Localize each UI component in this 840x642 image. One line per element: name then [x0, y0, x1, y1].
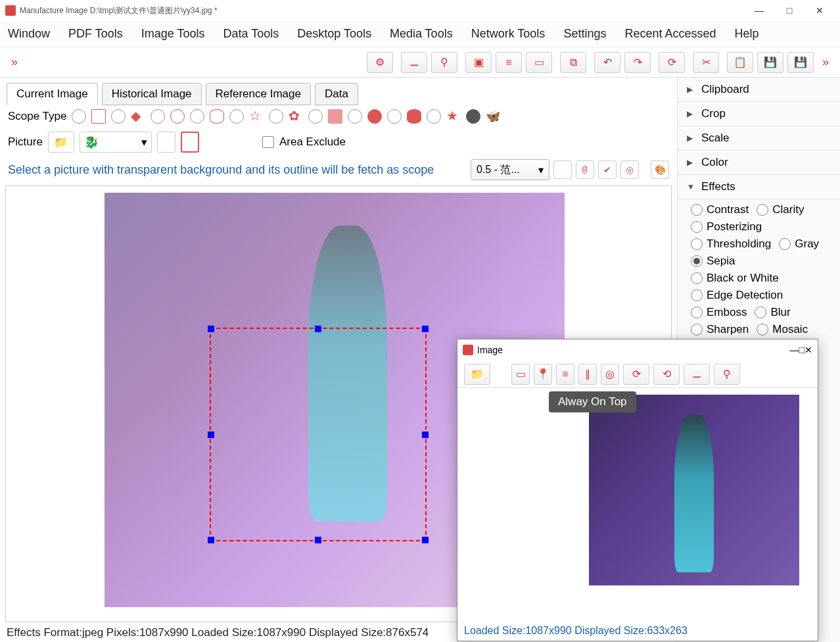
radio-edge-detection[interactable] — [691, 289, 703, 301]
menu-help[interactable]: Help — [735, 27, 759, 41]
popup-close-button[interactable]: ✕ — [805, 345, 812, 355]
popup-maximize-button[interactable]: □ — [799, 345, 805, 355]
scope-filled-circle[interactable] — [367, 109, 382, 124]
menu-recent-accessed[interactable]: Recent Accessed — [624, 27, 716, 41]
acc-color[interactable]: ▶Color — [678, 151, 840, 175]
tab-current-image[interactable]: Current Image — [7, 83, 98, 105]
scope-circle-9[interactable] — [387, 109, 402, 124]
scope-circle-7[interactable] — [308, 109, 323, 124]
scope-diamond[interactable]: ◆ — [131, 109, 145, 124]
toolbar-expand-right-icon[interactable]: » — [818, 55, 833, 69]
handle-tr[interactable] — [422, 326, 429, 332]
redo-icon[interactable]: ↷ — [624, 52, 651, 73]
popup-rotate-cw-icon[interactable]: ⟳ — [623, 364, 649, 385]
zoom-out-icon[interactable]: ⚊ — [401, 52, 427, 73]
scope-flower-icon[interactable]: ✿ — [289, 109, 303, 124]
actual-size-icon[interactable]: ≡ — [496, 52, 522, 73]
radio-thresholding[interactable] — [691, 238, 703, 250]
popup-canvas[interactable] — [457, 388, 818, 624]
popup-minimize-button[interactable]: — — [790, 345, 799, 355]
menu-settings[interactable]: Settings — [563, 27, 606, 41]
handle-ml[interactable] — [208, 432, 214, 438]
popup-info-icon[interactable]: ▭ — [511, 364, 530, 385]
menu-desktop-tools[interactable]: Desktop Tools — [297, 27, 371, 41]
menu-media-tools[interactable]: Media Tools — [390, 27, 453, 41]
swatch-outline[interactable] — [181, 132, 199, 153]
scope-circle-2[interactable] — [111, 109, 126, 124]
zoom-in-icon[interactable]: ⚲ — [431, 52, 457, 73]
menu-window[interactable]: Window — [8, 27, 50, 41]
image-popup-window[interactable]: Image — □ ✕ 📁 ▭ 📍 ≡ ∥ ◎ ⟳ ⟲ ⚊ ⚲ Loaded S… — [457, 339, 818, 641]
scope-circle-8[interactable] — [348, 109, 362, 124]
toolbar-expand-left-icon[interactable]: » — [7, 55, 22, 69]
radio-emboss[interactable] — [691, 307, 703, 318]
scope-ellipse[interactable] — [210, 109, 224, 124]
opt-target-icon[interactable]: ◎ — [620, 160, 639, 179]
popup-rotate-ccw-icon[interactable]: ⟲ — [653, 364, 680, 385]
undo-icon[interactable]: ↶ — [594, 52, 620, 73]
scope-circle-3[interactable] — [151, 109, 165, 124]
save-icon[interactable]: 💾 — [757, 52, 783, 73]
copy-icon[interactable]: ⧉ — [560, 52, 586, 73]
acc-crop[interactable]: ▶Crop — [678, 102, 840, 126]
radio-black-white[interactable] — [691, 272, 703, 284]
handle-br[interactable] — [422, 537, 429, 543]
opt-palette-icon[interactable]: 🎨 — [651, 160, 669, 179]
scope-butterfly-icon[interactable]: 🦋 — [486, 109, 500, 124]
handle-tm[interactable] — [315, 326, 321, 332]
scope-circle-4[interactable] — [190, 109, 204, 124]
scope-rect[interactable] — [91, 109, 106, 124]
menu-pdf-tools[interactable]: PDF Tools — [68, 27, 123, 41]
scope-selected[interactable] — [466, 109, 480, 124]
popup-target-icon[interactable]: ◎ — [601, 364, 619, 385]
scope-circle-outline[interactable] — [170, 109, 185, 124]
page-icon[interactable]: ▭ — [526, 52, 552, 73]
scope-circle-5[interactable] — [229, 109, 244, 124]
radio-sharpen[interactable] — [691, 324, 703, 335]
scope-filled-star[interactable]: ★ — [446, 109, 461, 124]
acc-clipboard[interactable]: ▶Clipboard — [678, 78, 840, 102]
handle-bl[interactable] — [208, 537, 214, 543]
popup-titlebar[interactable]: Image — □ ✕ — [457, 339, 818, 360]
tab-historical-image[interactable]: Historical Image — [102, 83, 202, 105]
handle-tl[interactable] — [208, 326, 214, 332]
area-exclude-checkbox[interactable] — [262, 136, 274, 148]
radio-posterizing[interactable] — [691, 221, 703, 233]
menu-network-tools[interactable]: Network Tools — [471, 27, 546, 41]
opt-check-icon[interactable]: ✔ — [598, 160, 617, 179]
handle-bm[interactable] — [315, 537, 321, 543]
scope-circle-10[interactable] — [427, 109, 441, 124]
paste-icon[interactable]: 📋 — [727, 52, 753, 73]
radio-sepia[interactable] — [691, 255, 703, 267]
scope-star[interactable]: ☆ — [249, 109, 264, 124]
popup-zoom-in-icon[interactable]: ⚲ — [714, 364, 740, 385]
fit-screen-icon[interactable]: ▣ — [465, 52, 492, 73]
close-button[interactable]: ✕ — [805, 0, 835, 21]
radio-mosaic[interactable] — [757, 324, 768, 335]
scope-filled-rect[interactable] — [328, 109, 342, 124]
radio-blur[interactable] — [755, 307, 766, 318]
tab-reference-image[interactable]: Reference Image — [206, 83, 311, 105]
popup-pin-icon[interactable]: 📍 — [534, 364, 552, 385]
save-as-icon[interactable]: 💾 — [787, 52, 814, 73]
menu-image-tools[interactable]: Image Tools — [141, 27, 205, 41]
opt-blank[interactable] — [553, 160, 572, 179]
picture-dropdown[interactable]: 🐉▾ — [80, 132, 152, 153]
popup-zoom-out-icon[interactable]: ⚊ — [684, 364, 710, 385]
opt-db-icon[interactable]: 🛢 — [576, 160, 594, 179]
popup-ruler-icon[interactable]: ≡ — [556, 364, 574, 385]
stroke-width-combo[interactable]: 0.5 - 范...▾ — [471, 159, 549, 180]
swatch-white[interactable] — [157, 132, 175, 153]
open-folder-icon[interactable]: 📁 — [48, 132, 74, 153]
cut-icon[interactable]: ✂ — [693, 52, 719, 73]
scope-circle-6[interactable] — [269, 109, 283, 124]
maximize-button[interactable]: □ — [774, 0, 805, 21]
minimize-button[interactable]: — — [744, 0, 774, 21]
selection-rect[interactable] — [210, 328, 427, 541]
settings-gear-icon[interactable]: ⚙ — [367, 52, 393, 73]
popup-open-icon[interactable]: 📁 — [464, 364, 490, 385]
radio-gray[interactable] — [779, 238, 791, 250]
acc-effects[interactable]: ▼Effects — [678, 175, 840, 199]
radio-clarity[interactable] — [757, 204, 768, 216]
menu-data-tools[interactable]: Data Tools — [223, 27, 279, 41]
